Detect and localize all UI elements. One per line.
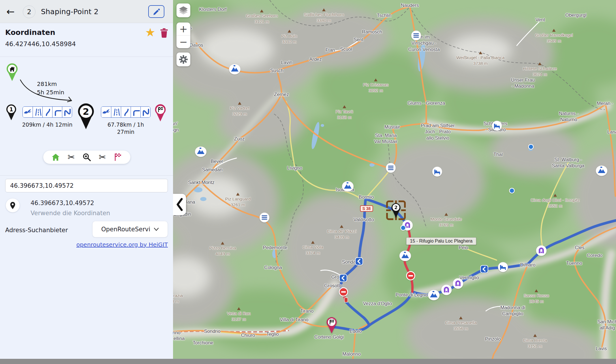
map-place-label: Villa di Tirano <box>280 317 309 323</box>
zoom-out-button[interactable]: − <box>176 35 190 48</box>
svg-text:2: 2 <box>83 106 89 117</box>
bird-icon[interactable] <box>101 107 111 117</box>
zoom-in-icon[interactable] <box>82 152 92 162</box>
map-marker-tunnel-icon[interactable] <box>441 284 452 297</box>
home-icon[interactable] <box>50 152 61 162</box>
peak-triangle-icon <box>340 225 343 228</box>
peak-triangle-icon <box>535 289 538 292</box>
scissors-icon[interactable]: ✂ <box>66 152 76 162</box>
map-marker-pass-icon[interactable] <box>411 30 421 42</box>
map-peak-label: Pizzo Bernina4049 m <box>209 242 236 256</box>
svg-text:2: 2 <box>394 205 397 210</box>
suggestion-action[interactable]: Verwende die Koordinaten <box>31 210 110 217</box>
favorite-star-icon[interactable]: ★ <box>145 27 155 38</box>
provider-link[interactable]: openrouteservice.org by HeiGIT <box>76 241 168 248</box>
map-place-label: Klosters Dorf <box>199 6 226 12</box>
map-marker-mountain-icon[interactable] <box>342 181 354 193</box>
map-peak-label: Sasso Rosso2645 m <box>524 289 549 304</box>
peak-triangle-icon <box>533 334 537 337</box>
map-marker-tunnel-icon[interactable] <box>452 278 463 290</box>
map-place-label: Cologna <box>264 264 282 271</box>
curve-strong-icon[interactable] <box>62 107 72 117</box>
map-settings-button[interactable] <box>176 52 190 66</box>
search-input[interactable] <box>5 179 168 192</box>
coordinates-heading: Koordinaten <box>5 28 55 37</box>
map-place-label: Bormio <box>359 194 374 200</box>
map-marker-mountain-icon[interactable] <box>229 64 241 76</box>
map-place-label: Prad am StilfserJoch - Pratoallo Stelvio <box>421 123 455 141</box>
map-marker-chevron-icon[interactable] <box>480 265 489 275</box>
map-marker-bed-icon[interactable] <box>432 166 442 178</box>
use-coordinates-button[interactable] <box>6 198 20 212</box>
sidebar: ← 2 Shaping-Point 2 Koordinaten ★ 46.427… <box>0 0 173 364</box>
waypoint-2-pin[interactable]: 2 <box>75 103 97 130</box>
peak-triangle-icon <box>459 316 463 319</box>
motorway-icon[interactable] <box>111 107 121 117</box>
map-place-label: Peio <box>459 245 468 251</box>
map-marker-pass-icon[interactable] <box>386 163 396 174</box>
map-marker-mountain-icon[interactable] <box>596 165 608 177</box>
map-place-label: Zuoz <box>234 136 245 142</box>
map-peak-label: Cima Brenta3151 m <box>523 334 547 349</box>
bird-icon[interactable] <box>23 107 33 117</box>
map-peak-label: Piz Tavrü3168 m <box>335 105 353 120</box>
provider-select[interactable]: OpenRouteServi <box>92 221 168 237</box>
map-place-label: Sent <box>354 37 363 43</box>
peak-triangle-icon <box>238 102 241 105</box>
sidebar-collapse-handle[interactable] <box>173 194 186 215</box>
map-marker-mountain-icon[interactable] <box>399 250 411 262</box>
curve-slight-icon[interactable] <box>42 107 52 117</box>
map-peak-label: Piz Buin3312 m <box>281 30 297 44</box>
curve-strong-icon[interactable] <box>140 107 150 117</box>
curve-medium-icon[interactable] <box>131 107 140 117</box>
map-marker-noentry-icon[interactable] <box>339 287 348 298</box>
provider-label: Adress-Suchanbieter <box>5 227 68 234</box>
map-place-label: Nauders <box>401 2 419 8</box>
peak-triangle-icon <box>552 29 556 32</box>
map-marker-dot-icon[interactable] <box>528 144 534 151</box>
scissors-icon[interactable]: ✂ <box>97 152 108 162</box>
map-marker-noentry-icon[interactable] <box>406 271 416 282</box>
back-button[interactable]: ← <box>6 0 15 23</box>
map-marker-dot-icon[interactable] <box>400 225 406 232</box>
map-place-label: Lavin <box>281 59 292 65</box>
map-marker-chevron-icon[interactable] <box>355 257 363 267</box>
map-place-label: nno <box>173 330 181 336</box>
map-canvas[interactable]: Klosters DorfDavospass2TschlinNaudersObe… <box>173 0 616 364</box>
peak-triangle-icon <box>260 10 264 12</box>
edit-button[interactable] <box>148 5 164 18</box>
svg-text:1: 1 <box>9 106 13 112</box>
zoom-in-button[interactable]: + <box>176 22 190 35</box>
map-peak-label: Südliches Fluchthorn3380 m <box>304 8 344 23</box>
map-marker-bed-icon[interactable] <box>492 121 502 132</box>
map-marker-pass-icon[interactable] <box>259 212 270 224</box>
segment-1-route-options[interactable] <box>22 106 72 118</box>
map-place-label: Torchione <box>193 340 213 346</box>
motorway-icon[interactable] <box>33 107 42 117</box>
map-marker-tunnel-icon[interactable] <box>536 245 547 257</box>
map-place-label: Ponte di Legno <box>395 292 427 298</box>
suggestion-coordinates[interactable]: 46.396673,10.49572 <box>31 200 94 207</box>
map-marker-dot-icon[interactable] <box>509 188 515 195</box>
waypoint-1-pin[interactable]: 1 <box>4 103 18 121</box>
curve-medium-icon[interactable] <box>52 107 62 117</box>
map-marker-mountain-icon[interactable] <box>428 290 440 302</box>
destination-pin[interactable] <box>153 104 168 122</box>
map-marker-redrect-icon[interactable] <box>344 297 348 304</box>
bottom-scrollbar[interactable] <box>0 359 616 364</box>
segment-2-route-options[interactable] <box>101 106 151 118</box>
peak-triangle-icon <box>288 30 291 33</box>
map-place-label: Müstair <box>384 124 400 130</box>
layers-button[interactable] <box>176 3 190 17</box>
delete-waypoint-button[interactable] <box>159 28 169 39</box>
map-peak-label: Cima Presanella3556 m <box>445 316 477 331</box>
curve-slight-icon[interactable] <box>121 107 131 117</box>
checkered-flag-icon[interactable] <box>113 152 123 162</box>
map-marker-mountain-icon[interactable] <box>195 146 207 158</box>
map-place-label: Zernez <box>274 91 289 97</box>
map-waypoint-2-pin[interactable]: 2 <box>390 202 402 218</box>
map-destination-pin[interactable] <box>325 317 338 334</box>
map-marker-chevron-icon[interactable] <box>339 274 348 284</box>
map-marker-bed-icon[interactable] <box>498 262 508 273</box>
peak-triangle-icon <box>374 78 378 81</box>
